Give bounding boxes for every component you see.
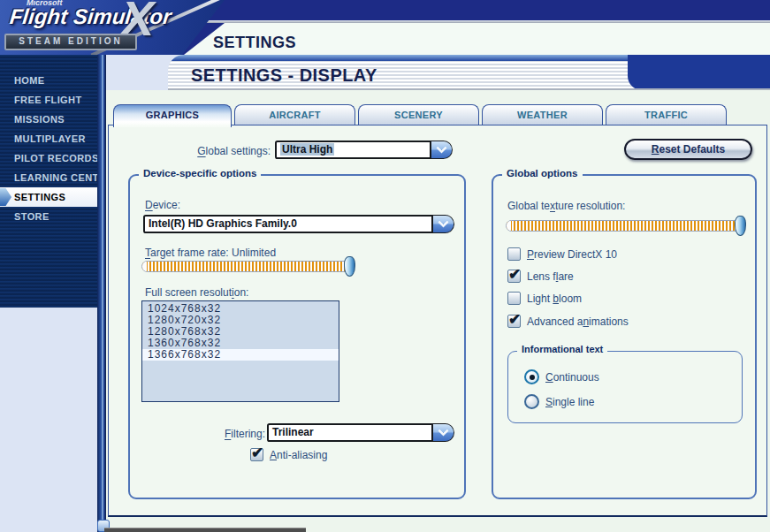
check-icon: ✔ [508, 265, 521, 284]
dropdown-button[interactable] [431, 424, 454, 441]
radio-dot-icon [530, 375, 535, 380]
sidebar-item-home[interactable]: HOME [0, 71, 97, 90]
advanced-animations-checkbox-row[interactable]: ✔ Advanced animations [507, 315, 720, 331]
sidebar-item-label: SETTINGS [14, 192, 65, 202]
filtering-value: Trilinear [272, 426, 314, 438]
preview-directx10-label: Preview DirectX 10 [527, 248, 617, 261]
device-dropdown[interactable]: Intel(R) HD Graphics Family.0 [143, 215, 454, 233]
sidebar-item-settings[interactable]: SETTINGS [0, 187, 97, 207]
single-line-radio-row[interactable]: Single line [524, 394, 701, 410]
device-group-legend: Device-specific options [139, 168, 261, 179]
global-settings-value: Ultra High [280, 143, 334, 156]
device-value: Intel(R) HD Graphics Family.0 [149, 217, 297, 230]
slider-thumb[interactable] [735, 216, 746, 236]
sidebar-item-pilot-records[interactable]: PILOT RECORDS [0, 148, 97, 168]
selected-item-pointer-icon [0, 188, 11, 206]
sidebar-nav: HOME FREE FLIGHT MISSIONS MULTIPLAYER PI… [0, 55, 97, 308]
light-bloom-checkbox-row[interactable]: ✔ Light bloom [507, 292, 720, 308]
tab-scenery[interactable]: SCENERY [358, 104, 479, 125]
informational-text-group: Informational text Continuous Single lin… [507, 351, 743, 423]
list-item-selected[interactable]: 1366x768x32 [142, 349, 339, 361]
tab-aircraft[interactable]: AIRCRAFT [234, 104, 355, 125]
sidebar-divider [97, 55, 106, 532]
tab-traffic[interactable]: TRAFFIC [606, 104, 727, 125]
sidebar-item-store[interactable]: STORE [0, 207, 97, 226]
reset-defaults-button[interactable]: Reset Defaults [624, 139, 752, 160]
device-specific-options-group: Device-specific options Device: Intel(R)… [128, 174, 466, 499]
checkbox[interactable]: ✔ [507, 247, 521, 261]
check-icon: ✔ [251, 444, 263, 462]
light-bloom-label: Light bloom [527, 293, 582, 305]
frame-rate-label: Target frame rate: Unlimited [145, 247, 276, 259]
resolution-listbox[interactable]: 1024x768x32 1280x720x32 1280x768x32 1360… [141, 300, 339, 402]
radio-button[interactable] [524, 369, 539, 384]
checkbox[interactable]: ✔ [507, 315, 521, 328]
informational-text-legend: Informational text [517, 344, 607, 354]
tab-weather[interactable]: WEATHER [482, 104, 603, 125]
section-title: SETTINGS [213, 33, 296, 52]
lens-flare-checkbox-row[interactable]: ✔ Lens flare [507, 270, 720, 285]
texture-resolution-slider[interactable] [506, 220, 743, 232]
chevron-down-icon [438, 217, 449, 228]
single-line-label: Single line [545, 396, 594, 408]
logo-edition-badge: STEAM EDITION [4, 34, 137, 50]
continuous-radio-row[interactable]: Continuous [524, 369, 701, 385]
advanced-animations-label: Advanced animations [527, 315, 629, 328]
checkbox[interactable]: ✔ [507, 292, 521, 305]
device-label: Device: [145, 199, 180, 211]
checkbox[interactable]: ✔ [507, 270, 521, 283]
resolution-label: Full screen resolution: [145, 286, 248, 299]
antialiasing-label: Anti-aliasing [270, 449, 327, 461]
global-settings-dropdown[interactable]: Ultra High [275, 141, 453, 159]
filtering-dropdown[interactable]: Trilinear [267, 423, 454, 442]
antialiasing-checkbox-row[interactable]: ✔ Anti-aliasing [250, 448, 392, 464]
lens-flare-label: Lens flare [527, 270, 574, 283]
tab-graphics[interactable]: GRAPHICS [113, 104, 232, 127]
radio-button[interactable] [524, 394, 539, 409]
texture-resolution-label: Global texture resolution: [507, 200, 625, 212]
slider-thumb[interactable] [344, 256, 355, 277]
frame-rate-slider[interactable] [141, 261, 353, 272]
global-group-legend: Global options [502, 168, 583, 179]
continuous-label: Continuous [545, 371, 599, 384]
checkbox[interactable]: ✔ [250, 448, 263, 461]
preview-directx10-checkbox-row[interactable]: ✔ Preview DirectX 10 [507, 247, 720, 263]
global-settings-label: Global settings: [133, 145, 271, 157]
fsx-settings-display-window: SETTINGS Microsoft Flight Simulator X ST… [0, 0, 770, 532]
bottom-partial-bar [104, 528, 306, 532]
sidebar-items: HOME FREE FLIGHT MISSIONS MULTIPLAYER PI… [0, 71, 97, 226]
chevron-down-icon [438, 425, 449, 437]
settings-tabs: GRAPHICS AIRCRAFT SCENERY WEATHER TRAFFI… [113, 104, 750, 126]
header-divider [205, 20, 770, 23]
dropdown-button[interactable] [431, 216, 454, 232]
filtering-label: Filtering: [199, 428, 265, 440]
sidebar-item-multiplayer[interactable]: MULTIPLAYER [0, 129, 97, 148]
chevron-down-icon [436, 142, 447, 154]
check-icon: ✔ [508, 310, 521, 329]
sidebar-lower-area [0, 308, 97, 532]
sidebar-item-learning-center[interactable]: LEARNING CENTER [0, 168, 97, 187]
sidebar-item-free-flight[interactable]: FREE FLIGHT [0, 90, 97, 110]
banner-right-block [628, 55, 770, 90]
page-title: SETTINGS - DISPLAY [191, 65, 377, 86]
dropdown-button[interactable] [430, 141, 452, 158]
page-title-banner: SETTINGS - DISPLAY [168, 55, 770, 90]
sidebar-item-missions[interactable]: MISSIONS [0, 110, 97, 129]
global-options-group: Global options Global texture resolution… [492, 174, 757, 499]
